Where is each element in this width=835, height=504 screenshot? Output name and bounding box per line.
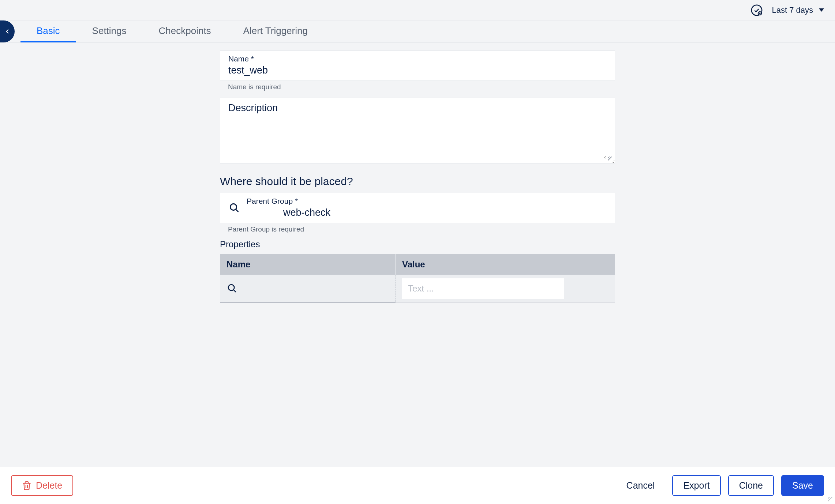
- tab-alert-triggering[interactable]: Alert Triggering: [227, 20, 324, 42]
- description-input[interactable]: [228, 102, 607, 159]
- export-button-label: Export: [683, 480, 709, 490]
- trash-icon: [22, 481, 31, 490]
- tab-settings[interactable]: Settings: [76, 20, 143, 42]
- property-actions-cell: [571, 275, 615, 302]
- tab-label: Checkpoints: [159, 25, 211, 37]
- clone-button[interactable]: Clone: [728, 475, 774, 496]
- footer-bar: Delete Cancel Export Clone Save: [0, 467, 835, 504]
- tab-label: Settings: [92, 25, 127, 37]
- topbar: Last 7 days: [0, 0, 835, 20]
- properties-label: Properties: [220, 239, 615, 249]
- save-button[interactable]: Save: [781, 475, 824, 496]
- property-value-cell: [396, 275, 571, 302]
- form-column: Name * Name is required Description Wher…: [220, 50, 615, 452]
- main-content: Name * Name is required Description Wher…: [0, 43, 835, 467]
- svg-line-5: [233, 290, 236, 292]
- parent-group-card: Parent Group *: [220, 193, 615, 223]
- parent-group-label: Parent Group *: [247, 197, 607, 206]
- property-name-cell[interactable]: [220, 275, 396, 302]
- parent-group-helper-text: Parent Group is required: [220, 223, 615, 233]
- properties-header-actions: [571, 254, 615, 275]
- properties-row: [220, 275, 615, 302]
- clone-button-label: Clone: [739, 480, 763, 490]
- time-range-label: Last 7 days: [772, 5, 813, 15]
- chevron-down-icon: [819, 8, 824, 12]
- delete-button[interactable]: Delete: [11, 475, 73, 496]
- svg-line-3: [236, 209, 238, 211]
- search-icon[interactable]: [228, 202, 240, 214]
- properties-table: Name Value: [220, 254, 615, 303]
- placement-heading: Where should it be placed?: [220, 175, 615, 188]
- cancel-button-label: Cancel: [626, 480, 655, 490]
- property-value-input[interactable]: [402, 278, 564, 299]
- properties-header-value: Value: [396, 254, 571, 275]
- resize-grip-icon: [828, 497, 834, 503]
- export-button[interactable]: Export: [672, 475, 720, 496]
- tab-checkpoints[interactable]: Checkpoints: [143, 20, 227, 42]
- name-helper-text: Name is required: [220, 81, 615, 91]
- cancel-button[interactable]: Cancel: [616, 476, 665, 495]
- properties-header-row: Name Value: [220, 254, 615, 275]
- time-range-selector[interactable]: Last 7 days: [772, 5, 824, 15]
- tab-basic[interactable]: Basic: [20, 20, 76, 42]
- tab-label: Basic: [37, 25, 60, 37]
- description-field-card: Description: [220, 98, 615, 163]
- back-button[interactable]: [0, 20, 15, 42]
- save-button-label: Save: [792, 480, 813, 490]
- delete-button-label: Delete: [36, 480, 62, 491]
- tab-label: Alert Triggering: [243, 25, 308, 37]
- search-icon: [226, 283, 237, 294]
- name-field-card: Name *: [220, 50, 615, 81]
- properties-header-name: Name: [220, 254, 396, 275]
- settings-gear-icon[interactable]: [750, 4, 763, 16]
- tabs-row: Basic Settings Checkpoints Alert Trigger…: [0, 20, 835, 43]
- parent-group-input[interactable]: [247, 207, 607, 218]
- name-input[interactable]: [228, 65, 607, 76]
- name-label: Name *: [228, 54, 607, 63]
